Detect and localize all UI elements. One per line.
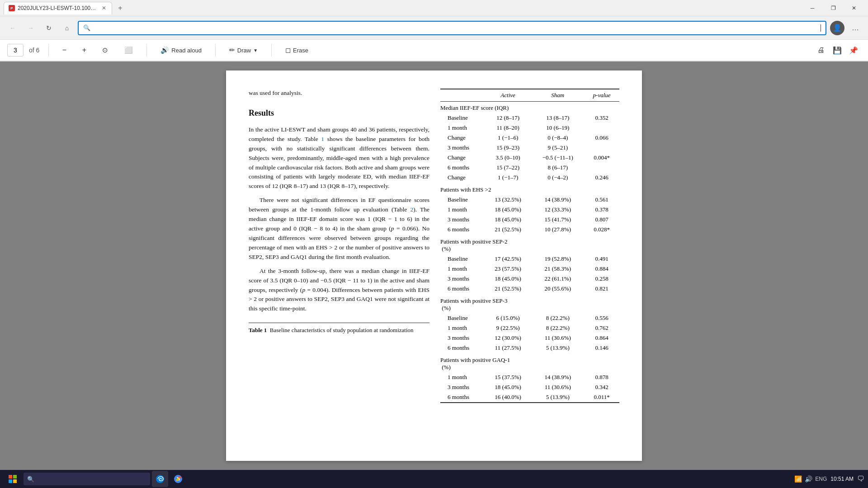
new-tab-button[interactable]: + xyxy=(114,2,127,14)
table-row: 3 months 18 (45.0%) 22 (61.1%) 0.258 xyxy=(440,274,619,284)
chrome-browser-icon xyxy=(174,474,183,483)
taskbar-chrome-icon[interactable] xyxy=(170,471,186,487)
fit-width-icon: ⬜ xyxy=(124,46,133,54)
active-value: 21 (52.5%) xyxy=(485,284,532,294)
active-value: 17 (42.5%) xyxy=(485,254,532,264)
section-header-1: Median IIEF-EF score (IQR) xyxy=(440,102,619,113)
sham-value: 11 (30.6%) xyxy=(531,382,584,392)
pval-value xyxy=(584,163,619,173)
sham-value: 0 (−8–4) xyxy=(531,133,584,143)
active-value: 6 (15.0%) xyxy=(485,313,532,323)
row-label: 3 months xyxy=(440,382,485,392)
active-value: 18 (45.0%) xyxy=(485,215,532,225)
pval-value: 0.246 xyxy=(584,173,619,183)
row-label: 1 month xyxy=(440,323,485,333)
browser-tab[interactable]: P 2020JULY23-LI-ESWT-10.1007@... ✕ xyxy=(4,2,112,14)
start-button[interactable] xyxy=(4,472,22,486)
address-bar: ← → ↻ ⌂ 🔍 👤 … xyxy=(0,16,868,40)
pval-value: 0.028* xyxy=(584,225,619,235)
taskbar-lang: ENG xyxy=(815,476,827,482)
svg-rect-0 xyxy=(9,475,12,479)
table-row: 3 months 15 (9–23) 9 (5–21) xyxy=(440,143,619,153)
taskbar: 🔍 📶 🔊 ENG 10:51 AM 🗨 xyxy=(0,470,868,488)
pin-button[interactable]: 📌 xyxy=(846,43,861,57)
table-row: 1 month 9 (22.5%) 8 (22.2%) 0.762 xyxy=(440,323,619,333)
sham-value: 8 (22.2%) xyxy=(531,313,584,323)
taskbar-clock: 10:51 AM xyxy=(830,475,854,483)
zoom-out-button[interactable]: − xyxy=(58,44,71,56)
sham-value: 5 (13.9%) xyxy=(531,392,584,403)
row-label: 3 months xyxy=(440,274,485,284)
active-value: 18 (45.0%) xyxy=(485,205,532,215)
pval-value: 0.011* xyxy=(584,392,619,403)
erase-button[interactable]: ◻ Erase xyxy=(281,43,313,57)
home-button[interactable]: ⌂ xyxy=(60,21,74,35)
pval-value xyxy=(584,143,619,153)
svg-rect-3 xyxy=(13,479,17,483)
tab-favicon: P xyxy=(9,5,15,11)
browser-window: P 2020JULY23-LI-ESWT-10.1007@... ✕ + ─ ❐… xyxy=(0,0,868,470)
table-row: 6 months 11 (27.5%) 5 (13.9%) 0.146 xyxy=(440,343,619,353)
pval-value: 0.561 xyxy=(584,195,619,205)
pval-value: 0.258 xyxy=(584,274,619,284)
page-number-input[interactable] xyxy=(7,44,24,56)
sham-value: 15 (41.7%) xyxy=(531,215,584,225)
taskbar-search-box[interactable]: 🔍 xyxy=(24,473,150,485)
table-row: 3 months 18 (45.0%) 11 (30.6%) 0.342 xyxy=(440,382,619,392)
active-value: 18 (45.0%) xyxy=(485,382,532,392)
table-row: 1 month 11 (8–20) 10 (6–19) xyxy=(440,123,619,133)
url-cursor xyxy=(821,24,821,32)
table2-link[interactable]: 2 xyxy=(410,206,413,213)
article-paragraph-3: At the 3-month follow-up, there was a me… xyxy=(249,267,429,314)
window-controls: ─ ❐ ✕ xyxy=(802,1,864,15)
table-row: 3 months 18 (45.0%) 15 (41.7%) 0.807 xyxy=(440,215,619,225)
back-button[interactable]: ← xyxy=(5,21,20,35)
pval-value: 0.146 xyxy=(584,343,619,353)
active-value: 11 (8–20) xyxy=(485,123,532,133)
toolbar-divider-1 xyxy=(48,44,49,56)
refresh-button[interactable]: ↻ xyxy=(42,21,56,35)
section-header-3: Patients with positive SEP-2 (%) xyxy=(440,235,619,254)
sham-value: 10 (27.8%) xyxy=(531,225,584,235)
notification-button[interactable]: 🗨 xyxy=(857,475,864,483)
close-button[interactable]: ✕ xyxy=(844,1,864,15)
results-heading: Results xyxy=(249,107,429,120)
draw-button[interactable]: ✏ Draw ▼ xyxy=(225,43,262,57)
fit-page-button[interactable]: ⊙ xyxy=(98,43,113,57)
pval-value xyxy=(584,123,619,133)
more-button[interactable]: … xyxy=(848,21,863,35)
section-header-4: Patients with positive SEP-3 (%) xyxy=(440,294,619,313)
active-value: 12 (8–17) xyxy=(485,113,532,123)
row-label: Baseline xyxy=(440,254,485,264)
taskbar-system-icons: 📶 🔊 ENG xyxy=(794,475,827,483)
url-bar[interactable]: 🔍 xyxy=(78,21,826,35)
toolbar-divider-3 xyxy=(215,44,216,56)
fit-width-button[interactable]: ⬜ xyxy=(120,43,137,57)
pval-value: 0.556 xyxy=(584,313,619,323)
save-button[interactable]: 💾 xyxy=(830,43,844,57)
minimize-button[interactable]: ─ xyxy=(802,1,823,15)
section-header-2: Patients with EHS >2 xyxy=(440,183,619,195)
table1-link[interactable]: 1 xyxy=(321,136,324,142)
maximize-button[interactable]: ❐ xyxy=(823,1,844,15)
active-value: 1 (−1–6) xyxy=(485,133,532,143)
draw-chevron-icon[interactable]: ▼ xyxy=(253,48,258,53)
print-button[interactable]: 🖨 xyxy=(814,43,828,57)
profile-button[interactable]: 👤 xyxy=(830,21,844,35)
active-value: 16 (40.0%) xyxy=(485,392,532,403)
active-value: 12 (30.0%) xyxy=(485,333,532,343)
taskbar-edge-icon[interactable] xyxy=(152,471,168,487)
row-label: 3 months xyxy=(440,143,485,153)
pval-value: 0.342 xyxy=(584,382,619,392)
read-aloud-button[interactable]: 🔊 Read aloud xyxy=(156,43,206,57)
svg-rect-2 xyxy=(9,479,12,483)
forward-button[interactable]: → xyxy=(24,21,38,35)
taskbar-network-icon: 📶 xyxy=(794,475,802,483)
table-row: 1 month 23 (57.5%) 21 (58.3%) 0.884 xyxy=(440,264,619,274)
pval-value: 0.491 xyxy=(584,254,619,264)
pval-value: 0.878 xyxy=(584,372,619,382)
tab-close-button[interactable]: ✕ xyxy=(101,4,107,12)
zoom-in-button[interactable]: + xyxy=(78,44,90,56)
sham-value: 9 (5–21) xyxy=(531,143,584,153)
row-label: 6 months xyxy=(440,284,485,294)
